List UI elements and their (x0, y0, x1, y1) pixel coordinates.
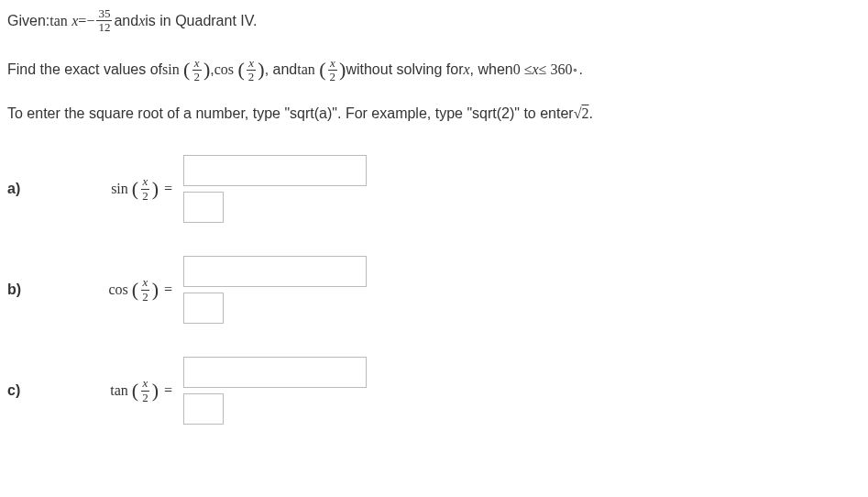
quadrant-text: is in Quadrant IV. (145, 13, 257, 29)
input-b-denominator[interactable] (183, 293, 224, 324)
cos-text: cos (214, 61, 234, 78)
input-c-denominator[interactable] (183, 393, 224, 425)
part-b-label: b) (7, 282, 35, 298)
input-a-denominator[interactable] (183, 192, 224, 223)
paren-x2-sin: ( x2 ) (183, 57, 210, 84)
sqrt-symbol: √2 (574, 105, 589, 122)
fraction-35-12: 35 12 (96, 7, 112, 35)
input-fraction-b (183, 256, 367, 324)
paren-x2-cos: ( x2 ) (238, 57, 265, 84)
paren-x2-tan: ( x2 ) (319, 57, 346, 84)
input-a-numerator[interactable] (183, 155, 367, 186)
answer-row-a: a) sin ( x2 ) = (7, 155, 861, 223)
x-var2: x (138, 13, 145, 29)
tan-text2: tan (297, 61, 315, 78)
answers-section: a) sin ( x2 ) = b) cos ( x2 ) = (7, 155, 861, 425)
input-c-numerator[interactable] (183, 357, 367, 388)
input-b-numerator[interactable] (183, 256, 367, 287)
sin-text: sin (162, 61, 180, 78)
find-line: Find the exact values of sin ( x2 ) , co… (7, 57, 861, 84)
degree-symbol: ∘ (572, 64, 578, 76)
x-var4: x (533, 61, 539, 78)
x-var3: x (463, 61, 469, 78)
minus: − (86, 13, 94, 29)
ineq2: ≤ 360 (539, 61, 573, 78)
when-text: , when (470, 61, 513, 78)
period2: . (588, 105, 592, 122)
comma2: , and (265, 61, 298, 78)
without-text: without solving for (346, 61, 463, 78)
input-fraction-c (183, 357, 367, 425)
instruction-line: To enter the square root of a number, ty… (7, 105, 861, 122)
frac-num: 35 (96, 7, 112, 21)
part-a-label: a) (7, 181, 35, 197)
cos-half-label: cos ( x2 ) = (35, 276, 172, 304)
instr-text: To enter the square root of a number, ty… (7, 105, 574, 122)
ineq1: 0 ≤ (513, 61, 533, 78)
find-prefix: Find the exact values of (7, 61, 162, 78)
part-c-label: c) (7, 382, 35, 399)
x-var: x (71, 13, 78, 29)
and-text: and (114, 13, 138, 29)
tan-text: tan (49, 13, 68, 29)
given-prefix: Given: (7, 13, 49, 29)
frac-den: 12 (96, 21, 112, 34)
given-line: Given: tan x = − 35 12 and x is in Quadr… (7, 7, 861, 35)
input-fraction-a (183, 155, 367, 223)
answer-row-b: b) cos ( x2 ) = (7, 256, 861, 324)
equals: = (78, 13, 86, 29)
tan-half-label: tan ( x2 ) = (35, 377, 172, 404)
sin-half-label: sin ( x2 ) = (35, 175, 172, 203)
answer-row-c: c) tan ( x2 ) = (7, 357, 861, 425)
period1: . (578, 61, 582, 78)
